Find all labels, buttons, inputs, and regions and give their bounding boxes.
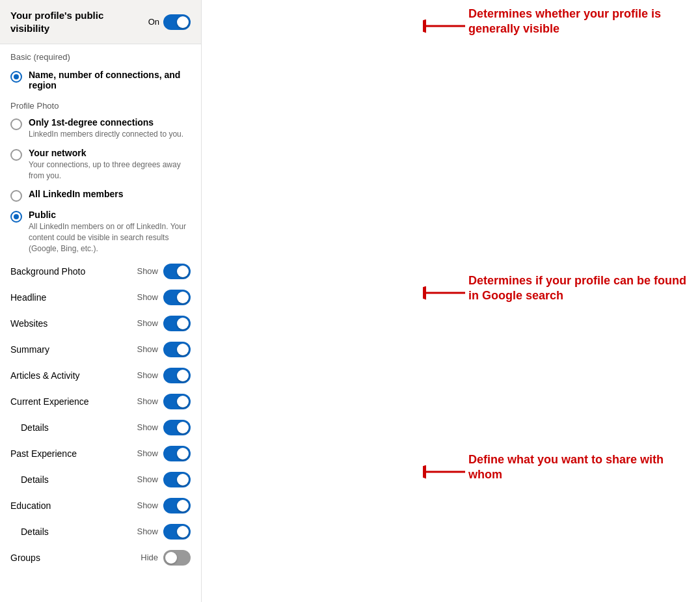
radio-circle-public [10, 211, 22, 223]
toggle-education[interactable] [163, 498, 191, 513]
toggle-websites[interactable] [163, 316, 191, 331]
toggle-row-groups: GroupsHide [0, 545, 201, 571]
arrow-visibility [423, 13, 468, 39]
radio-label-name-connections: Name, number of connections, and region [29, 70, 191, 90]
main-toggle[interactable] [163, 14, 191, 30]
toggle-label-education: Education [10, 500, 51, 511]
radio-circle-your-network [10, 149, 22, 161]
toggle-row-websites: WebsitesShow [0, 310, 201, 336]
profile-photo-section-label: Profile Photo [0, 94, 201, 113]
show-hide-label-summary: Show [137, 344, 158, 354]
annotation-share: Define what you want to share with whom [423, 452, 700, 485]
toggle-label-background-photo: Background Photo [10, 266, 85, 277]
toggle-slider-past-experience-details [163, 472, 191, 487]
toggle-current-experience[interactable] [163, 394, 191, 409]
toggle-label-summary: Summary [10, 344, 49, 355]
toggle-current-experience-details[interactable] [163, 420, 191, 435]
toggle-label-articles-activity: Articles & Activity [10, 370, 80, 381]
toggle-right-education: Show [137, 498, 191, 513]
arrow-share [423, 459, 468, 485]
toggle-groups[interactable] [163, 550, 191, 566]
toggle-row-education: EducationShow [0, 493, 201, 519]
show-hide-label-current-experience: Show [137, 396, 158, 406]
arrow-google [423, 280, 468, 306]
radio-label-public: Public [29, 210, 191, 220]
toggle-slider-websites [163, 316, 191, 331]
toggle-education-details[interactable] [163, 524, 191, 540]
toggle-row-current-experience: Current ExperienceShow [0, 389, 201, 415]
annotation-google-text: Determines if your profile can be found … [468, 273, 700, 304]
toggle-row-background-photo: Background PhotoShow [0, 258, 201, 284]
basic-section-label: Basic (required) [0, 44, 201, 66]
toggle-row-current-experience-details: DetailsShow [0, 415, 201, 441]
main-toggle-slider [163, 14, 191, 30]
toggle-right-articles-activity: Show [137, 368, 191, 383]
toggle-row-headline: HeadlineShow [0, 284, 201, 310]
radio-item-name-connections[interactable]: Name, number of connections, and region [0, 66, 201, 94]
show-hide-label-articles-activity: Show [137, 370, 158, 380]
toggle-label-groups: Groups [10, 553, 40, 563]
profile-visibility-header: Your profile's public visibility On [0, 0, 201, 44]
toggle-slider-groups [163, 550, 191, 566]
toggle-slider-education-details [163, 524, 191, 540]
toggle-right-summary: Show [137, 342, 191, 357]
show-hide-label-background-photo: Show [137, 266, 158, 276]
show-hide-label-websites: Show [137, 318, 158, 328]
radio-text-all-linkedin: All LinkedIn members [29, 189, 123, 199]
toggle-articles-activity[interactable] [163, 368, 191, 383]
show-hide-label-education-details: Show [137, 527, 158, 536]
show-hide-label-past-experience: Show [137, 448, 158, 458]
radio-sub-public: All LinkedIn members on or off LinkedIn.… [29, 221, 191, 254]
annotation-share-text: Define what you want to share with whom [468, 452, 700, 483]
radio-circle-name-connections [10, 71, 22, 83]
toggle-label-current-experience-details: Details [10, 422, 49, 433]
radio-circle-first-degree [10, 118, 22, 130]
annotation-visibility-text: Determines whether your profile is gener… [468, 7, 700, 37]
toggle-past-experience[interactable] [163, 446, 191, 461]
toggle-label-past-experience: Past Experience [10, 448, 77, 459]
radio-text-name-connections: Name, number of connections, and region [29, 70, 191, 90]
main-toggle-label: On [148, 17, 159, 27]
toggle-right-current-experience: Show [137, 394, 191, 409]
radio-text-your-network: Your network Your connections, up to thr… [29, 148, 191, 182]
toggle-right-headline: Show [137, 290, 191, 305]
toggle-slider-headline [163, 290, 191, 305]
toggle-label-websites: Websites [10, 318, 47, 329]
toggle-right-past-experience: Show [137, 446, 191, 461]
toggle-right-education-details: Show [137, 524, 191, 540]
radio-item-public[interactable]: Public All LinkedIn members on or off Li… [0, 206, 201, 258]
right-panel: Determines whether your profile is gener… [202, 0, 700, 602]
radio-circle-all-linkedin [10, 190, 22, 202]
annotation-visibility: Determines whether your profile is gener… [423, 7, 700, 39]
toggle-background-photo[interactable] [163, 264, 191, 279]
toggle-row-education-details: DetailsShow [0, 519, 201, 545]
radio-item-all-linkedin[interactable]: All LinkedIn members [0, 185, 201, 206]
toggle-row-articles-activity: Articles & ActivityShow [0, 363, 201, 389]
radio-item-first-degree[interactable]: Only 1st-degree connections LinkedIn mem… [0, 113, 201, 144]
radio-text-first-degree: Only 1st-degree connections LinkedIn mem… [29, 117, 183, 140]
toggle-slider-background-photo [163, 264, 191, 279]
show-hide-label-past-experience-details: Show [137, 474, 158, 484]
toggle-label-current-experience: Current Experience [10, 396, 89, 407]
toggle-slider-summary [163, 342, 191, 357]
show-hide-label-education: Show [137, 500, 158, 510]
radio-text-public: Public All LinkedIn members on or off Li… [29, 210, 191, 254]
toggle-summary[interactable] [163, 342, 191, 357]
toggle-label-education-details: Details [10, 527, 49, 537]
toggle-label-headline: Headline [10, 292, 46, 303]
radio-item-your-network[interactable]: Your network Your connections, up to thr… [0, 144, 201, 185]
show-hide-label-groups: Hide [141, 553, 158, 562]
radio-label-all-linkedin: All LinkedIn members [29, 189, 123, 199]
toggle-headline[interactable] [163, 290, 191, 305]
toggle-row-past-experience: Past ExperienceShow [0, 441, 201, 467]
toggle-past-experience-details[interactable] [163, 472, 191, 487]
toggle-right-background-photo: Show [137, 264, 191, 279]
radio-label-your-network: Your network [29, 148, 191, 158]
show-hide-label-current-experience-details: Show [137, 422, 158, 432]
toggle-row-past-experience-details: DetailsShow [0, 467, 201, 493]
radio-sub-your-network: Your connections, up to three degrees aw… [29, 159, 191, 182]
toggle-slider-past-experience [163, 446, 191, 461]
profile-visibility-title: Your profile's public visibility [10, 9, 128, 34]
toggle-slider-current-experience-details [163, 420, 191, 435]
toggle-label-past-experience-details: Details [10, 474, 49, 485]
